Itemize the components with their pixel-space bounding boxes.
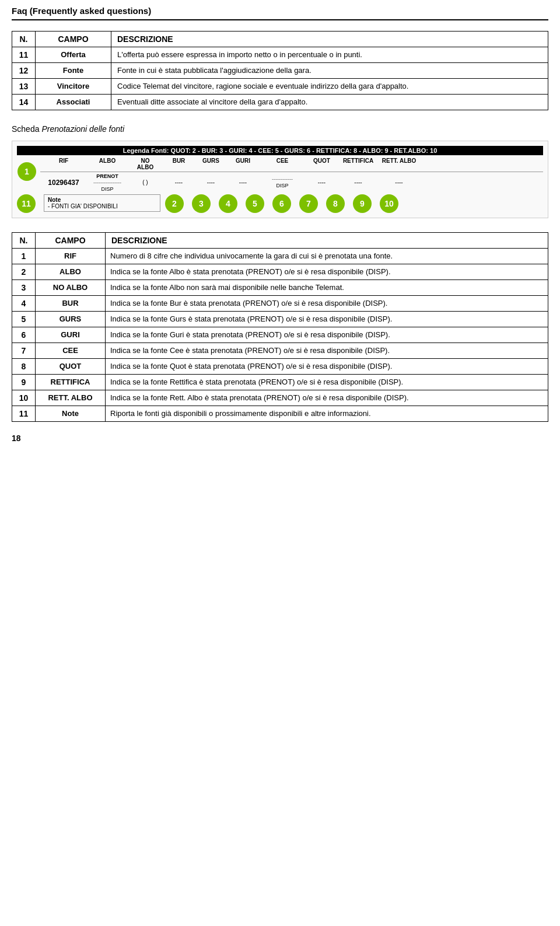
- circle-11: 11: [17, 194, 36, 213]
- row-n: 7: [12, 343, 36, 359]
- page-number: 18: [12, 434, 548, 443]
- row-campo: ALBO: [36, 264, 106, 280]
- table-row: 5 GURS Indica se la fonte Gurs è stata p…: [12, 312, 548, 327]
- note-label: Note: [48, 197, 156, 203]
- circle-8: 8: [326, 194, 345, 213]
- table-row: 14 Associati Eventuali ditte associate a…: [12, 95, 548, 110]
- row-desc: Fonte in cui è stata pubblicata l'aggiud…: [111, 63, 548, 79]
- table-row: 13 Vincitore Codice Telemat del vincitor…: [12, 79, 548, 95]
- row-n: 11: [12, 47, 36, 63]
- row-campo: NO ALBO: [36, 280, 106, 296]
- circle-10: 10: [380, 194, 398, 213]
- row-desc: Indica se la fonte Rettifica è stata pre…: [106, 375, 548, 390]
- row-n: 6: [12, 327, 36, 343]
- table-row: 4 BUR Indica se la fonte Bur è stata pre…: [12, 296, 548, 312]
- circle-6: 6: [272, 194, 291, 213]
- row-n: 14: [12, 95, 36, 110]
- row-desc: Indica se la fonte Albo non sarà mai dis…: [106, 280, 548, 296]
- bottom-col-campo-header: CAMPO: [36, 233, 106, 249]
- page-header: Faq (Frequently asked questions): [12, 6, 548, 20]
- table-row: 1 RIF Numero di 8 cifre che individua un…: [12, 249, 548, 264]
- row-campo: Offerta: [36, 47, 111, 63]
- circle-3: 3: [192, 194, 211, 213]
- table-row: 6 GURI Indica se la fonte Guri è stata p…: [12, 327, 548, 343]
- row-campo: Note: [36, 406, 106, 422]
- table-row: 11 Note Riporta le fonti già disponibili…: [12, 406, 548, 422]
- row-desc: Indica se la fonte Gurs è stata prenotat…: [106, 312, 548, 327]
- row-campo: CEE: [36, 343, 106, 359]
- table-row: 12 Fonte Fonte in cui è stata pubblicata…: [12, 63, 548, 79]
- row-campo: RIF: [36, 249, 106, 264]
- circle-5: 5: [246, 194, 264, 213]
- row-desc: L'offerta può essere espressa in importo…: [111, 47, 548, 63]
- table-row: 11 Offerta L'offerta può essere espressa…: [12, 47, 548, 63]
- row-desc: Indica se la fonte Rett. Albo è stata pr…: [106, 390, 548, 406]
- row-campo: GURI: [36, 327, 106, 343]
- table-row: 3 NO ALBO Indica se la fonte Albo non sa…: [12, 280, 548, 296]
- row-n: 11: [12, 406, 36, 422]
- scheda-image: Legenda Fonti: QUOT: 2 - BUR: 3 - GURI: …: [12, 141, 548, 218]
- row-n: 9: [12, 375, 36, 390]
- table-row: 10 RETT. ALBO Indica se la fonte Rett. A…: [12, 390, 548, 406]
- page-title: Faq (Frequently asked questions): [12, 6, 151, 16]
- row-desc: Eventuali ditte associate al vincitore d…: [111, 95, 548, 110]
- row-n: 4: [12, 296, 36, 312]
- circle-1: 1: [18, 162, 36, 181]
- circle-7: 7: [299, 194, 318, 213]
- circle-9: 9: [353, 194, 372, 213]
- row-desc: Indica se la fonte Bur è stata prenotata…: [106, 296, 548, 312]
- row-desc: Riporta le fonti già disponibili o pross…: [106, 406, 548, 422]
- table-row: 8 QUOT Indica se la fonte Quot è stata p…: [12, 359, 548, 375]
- table-row: 7 CEE Indica se la fonte Cee è stata pre…: [12, 343, 548, 359]
- row-campo: Associati: [36, 95, 111, 110]
- row-n: 13: [12, 79, 36, 95]
- col-desc-header: DESCRIZIONE: [111, 32, 548, 47]
- row-desc: Indica se la fonte Albo è stata prenotat…: [106, 264, 548, 280]
- row-n: 12: [12, 63, 36, 79]
- row-campo: Fonte: [36, 63, 111, 79]
- bottom-col-desc-header: DESCRIZIONE: [106, 233, 548, 249]
- row-desc: Numero di 8 cifre che individua univocam…: [106, 249, 548, 264]
- row-campo: RETT. ALBO: [36, 390, 106, 406]
- row-campo: GURS: [36, 312, 106, 327]
- row-n: 8: [12, 359, 36, 375]
- table-row: 9 RETTIFICA Indica se la fonte Rettifica…: [12, 375, 548, 390]
- note-text: - FONTI GIA' DISPONIBILI: [48, 203, 156, 209]
- note-box: Note - FONTI GIA' DISPONIBILI: [44, 194, 160, 212]
- top-table: N. CAMPO DESCRIZIONE 11 Offerta L'offert…: [12, 31, 548, 110]
- col-n-header: N.: [12, 32, 36, 47]
- row-desc: Codice Telemat del vincitore, ragione so…: [111, 79, 548, 95]
- row-campo: RETTIFICA: [36, 375, 106, 390]
- row-desc: Indica se la fonte Quot è stata prenotat…: [106, 359, 548, 375]
- row-n: 10: [12, 390, 36, 406]
- row-n: 3: [12, 280, 36, 296]
- row-n: 1: [12, 249, 36, 264]
- rif-value: 10296437: [40, 179, 87, 187]
- scheda-title: Scheda Prenotazioni delle fonti: [12, 124, 548, 134]
- legenda-bar: Legenda Fonti: QUOT: 2 - BUR: 3 - GURI: …: [17, 146, 543, 155]
- row-desc: Indica se la fonte Guri è stata prenotat…: [106, 327, 548, 343]
- row-n: 5: [12, 312, 36, 327]
- circle-4: 4: [219, 194, 237, 213]
- bottom-table: N. CAMPO DESCRIZIONE 1 RIF Numero di 8 c…: [12, 232, 548, 422]
- circle-2: 2: [165, 194, 184, 213]
- col-data-row: 10296437 PRENOT ---------------- DISP ( …: [40, 173, 543, 192]
- row-n: 2: [12, 264, 36, 280]
- row-desc: Indica se la fonte Cee è stata prenotata…: [106, 343, 548, 359]
- col-campo-header: CAMPO: [36, 32, 111, 47]
- row-campo: QUOT: [36, 359, 106, 375]
- bottom-col-n-header: N.: [12, 233, 36, 249]
- table-row: 2 ALBO Indica se la fonte Albo è stata p…: [12, 264, 548, 280]
- col-headers: RIF ALBO NOALBO BUR GURS GURI CEE QUOT R…: [40, 158, 543, 172]
- row-campo: Vincitore: [36, 79, 111, 95]
- row-campo: BUR: [36, 296, 106, 312]
